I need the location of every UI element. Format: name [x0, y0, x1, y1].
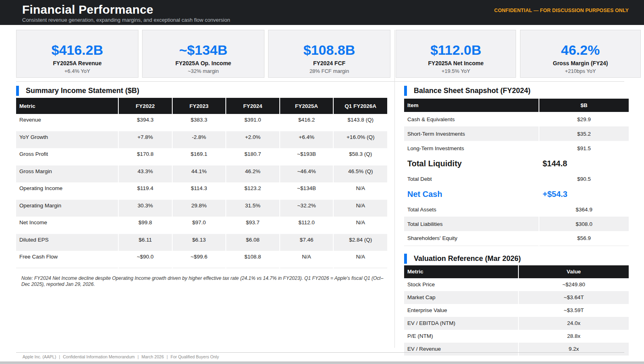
table-row: Net Income$99.8$97.0$93.7$112.0N/A	[16, 217, 387, 234]
metric-cell: Free Cash Flow	[16, 251, 118, 268]
value-cell: 9.2x	[518, 343, 629, 356]
value-cell: +$54.3	[539, 186, 629, 202]
kpi-value: $108.8B	[268, 42, 390, 58]
table-row: Net Cash+$54.3	[404, 186, 629, 202]
kpi-subtext: +6.4% YoY	[17, 68, 138, 74]
accent-bar	[16, 86, 19, 96]
kpi-card-net-income: $112.0B FY2025A Net Income +19.5% YoY	[396, 30, 516, 78]
item-cell: Long-Term Investments	[404, 141, 539, 155]
value-cell: 28.8x	[518, 330, 629, 343]
item-cell: Net Cash	[404, 186, 539, 202]
column-header: $B	[539, 99, 629, 112]
horizontal-scrollbar[interactable]	[0, 362, 644, 364]
footer-rule	[16, 352, 624, 353]
value-cell: 46.2%	[226, 165, 280, 183]
value-cell: $123.2	[226, 182, 280, 200]
balance-sheet-table: Item$B Cash & Equivalents$29.9Short-Term…	[404, 99, 629, 246]
kpi-subtext: 28% FCF margin	[268, 68, 390, 74]
value-cell: +6.4%	[280, 131, 334, 149]
valuation-header: Valuation Reference (Mar 2026)	[404, 254, 629, 264]
value-cell: $93.7	[226, 217, 280, 234]
section-title: Valuation Reference (Mar 2026)	[414, 254, 521, 263]
value-cell: $114.3	[172, 182, 226, 200]
value-cell: ~$134B	[280, 182, 334, 200]
footer-separator: |	[167, 354, 168, 359]
table-row: YoY Growth+7.8%-2.8%+2.0%+6.4%+16.0% (Q)	[16, 131, 387, 149]
item-cell: Total Liquidity	[404, 155, 539, 172]
table-header-row: Item$B	[404, 99, 629, 112]
table-row: Stock Price~$249.80	[404, 278, 629, 291]
accent-bar	[404, 86, 407, 96]
horizontal-rule	[16, 81, 624, 82]
metric-cell: Revenue	[16, 114, 118, 131]
slide-header: Financial Performance Consistent revenue…	[0, 0, 644, 25]
item-cell: Total Assets	[404, 202, 539, 217]
kpi-card-gross-margin: 46.2% Gross Margin (FY24) +210bps YoY	[520, 30, 641, 78]
valuation-table: MetricValue Stock Price~$249.80Market Ca…	[404, 265, 629, 356]
table-body: Stock Price~$249.80Market Cap~$3.64TEnte…	[404, 278, 629, 356]
item-cell: Total Debt	[404, 172, 539, 186]
value-cell: 44.1%	[172, 165, 226, 183]
item-cell: Short-Term Investments	[404, 126, 539, 141]
table-row: Total Assets$364.9	[404, 202, 629, 217]
kpi-value: $112.0B	[396, 42, 516, 58]
kpi-card-fcf: $108.8B FY2024 FCF 28% FCF margin	[268, 30, 390, 78]
table-row: Total Liabilities$308.0	[404, 217, 629, 231]
kpi-value: ~$134B	[142, 42, 264, 58]
table-row: Free Cash Flow~$90.0~$99.6$108.8N/AN/A	[16, 251, 387, 268]
metric-cell: Operating Income	[16, 182, 118, 200]
kpi-subtext: ~32% margin	[142, 68, 264, 74]
table-row: Enterprise Value~$3.59T	[404, 304, 629, 317]
column-header: Item	[404, 99, 539, 112]
value-cell: $99.8	[118, 217, 172, 234]
table-row: Diluted EPS$6.11$6.13$6.08$7.46$2.84 (Q)	[16, 234, 387, 251]
table-row: Long-Term Investments$91.5	[404, 141, 629, 155]
value-cell: ~$3.59T	[518, 304, 629, 317]
value-cell: 46.5% (Q)	[333, 165, 387, 183]
confidential-notice: CONFIDENTIAL — FOR DISCUSSION PURPOSES O…	[494, 8, 629, 13]
value-cell: $119.4	[118, 182, 172, 200]
value-cell: $29.9	[539, 112, 629, 126]
value-cell: N/A	[333, 251, 387, 268]
value-cell: $6.13	[172, 234, 226, 251]
footnote: Note: FY2024 Net Income decline despite …	[21, 275, 386, 287]
metric-cell: Gross Margin	[16, 165, 118, 183]
table-row: EV / Revenue9.2x	[404, 343, 629, 356]
metric-cell: Stock Price	[404, 278, 518, 291]
kpi-label: FY2025A Revenue	[17, 60, 138, 67]
footer-separator: |	[59, 354, 60, 359]
value-cell: $180.7	[226, 148, 280, 165]
kpi-subtext: +210bps YoY	[520, 68, 640, 74]
value-cell: ~32.2%	[280, 200, 334, 217]
value-cell: ~$99.6	[172, 251, 226, 268]
kpi-value: $416.2B	[17, 42, 138, 58]
table-header-row: MetricFY2022FY2023FY2024FY2025AQ1 FY2026…	[16, 98, 387, 114]
section-title: Summary Income Statement ($B)	[26, 87, 139, 95]
value-cell: N/A	[333, 200, 387, 217]
value-cell: $112.0	[280, 217, 334, 234]
right-column: Balance Sheet Snapshot (FY2024) Item$B C…	[404, 86, 629, 356]
table-row: Total Debt$90.5	[404, 172, 629, 186]
table-row: Gross Margin43.3%44.1%46.2%~46.4%46.5% (…	[16, 165, 387, 183]
value-cell: +16.0% (Q)	[333, 131, 387, 149]
value-cell: +2.0%	[226, 131, 280, 149]
metric-cell: Market Cap	[404, 291, 518, 304]
footer-item: Confidential Information Memorandum	[63, 354, 135, 359]
value-cell: +7.8%	[118, 131, 172, 149]
metric-cell: Enterprise Value	[404, 304, 518, 317]
table-row: Cash & Equivalents$29.9	[404, 112, 629, 126]
value-cell: $143.8 (Q)	[333, 114, 387, 131]
value-cell: $35.2	[539, 126, 629, 141]
table-row: Market Cap~$3.64T	[404, 291, 629, 304]
value-cell: $2.84 (Q)	[333, 234, 387, 251]
item-cell: Shareholders' Equity	[404, 231, 539, 246]
value-cell: ~$249.80	[518, 278, 629, 291]
table-header-row: MetricValue	[404, 265, 629, 278]
footer-separator: |	[138, 354, 139, 359]
income-statement-table: MetricFY2022FY2023FY2024FY2025AQ1 FY2026…	[16, 98, 387, 268]
section-title: Balance Sheet Snapshot (FY2024)	[414, 87, 530, 95]
table-head: Item$B	[404, 99, 629, 112]
column-header: FY2022	[118, 98, 172, 114]
value-cell: $144.8	[539, 155, 629, 172]
table-row: Gross Profit$170.8$169.1$180.7~$193B$58.…	[16, 148, 387, 165]
